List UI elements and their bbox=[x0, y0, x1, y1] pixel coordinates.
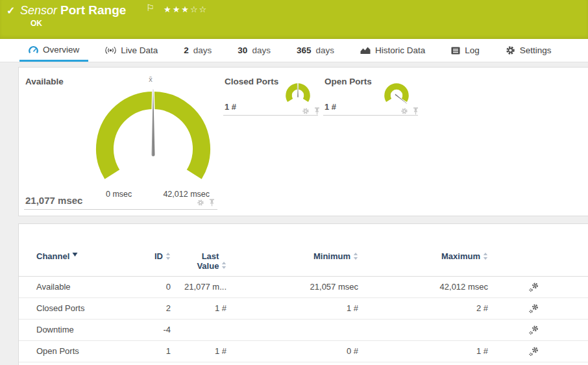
tab-365-days[interactable]: 365 days bbox=[288, 39, 343, 62]
channel-last-value: 1 # bbox=[171, 303, 227, 314]
sensor-kind-label: Sensor bbox=[20, 4, 57, 18]
tab-label: Settings bbox=[520, 45, 552, 55]
sorted-desc-icon bbox=[72, 253, 78, 257]
channels-panel: Channel ID Last Value Minimum bbox=[18, 223, 588, 365]
status-check-icon: ✓ bbox=[6, 5, 15, 17]
tab-overview[interactable]: Overview bbox=[19, 39, 88, 62]
column-header-id[interactable]: ID bbox=[140, 251, 171, 262]
scale-max-label: 42,012 msec bbox=[136, 190, 210, 199]
page-title: Port Range bbox=[60, 3, 126, 18]
tab-label: Overview bbox=[43, 45, 79, 55]
widget-gear-icon[interactable] bbox=[302, 107, 310, 115]
gear-icon bbox=[506, 45, 515, 55]
table-header-row: Channel ID Last Value Minimum bbox=[19, 251, 588, 277]
channel-maximum: 1 # bbox=[358, 346, 488, 357]
closed-ports-gauge[interactable] bbox=[283, 82, 313, 109]
channel-id: -4 bbox=[140, 325, 171, 335]
column-header-maximum[interactable]: Maximum bbox=[358, 251, 488, 262]
tab-live-data[interactable]: Live Data bbox=[96, 39, 167, 62]
channel-name: Open Ports bbox=[36, 346, 140, 357]
channel-minimum: 21,057 msec bbox=[227, 282, 358, 292]
channel-name: Available bbox=[36, 282, 140, 292]
column-header-channel[interactable]: Channel bbox=[36, 251, 140, 262]
stars-empty: ☆☆ bbox=[190, 5, 208, 14]
gauge-title-open-ports: Open Ports bbox=[325, 77, 372, 86]
channel-name: Closed Ports bbox=[36, 303, 140, 314]
tab-label: Live Data bbox=[121, 45, 158, 55]
sort-icon bbox=[165, 253, 171, 260]
widget-divider bbox=[323, 115, 418, 116]
tab-label: Log bbox=[465, 45, 480, 55]
sensor-header: ✓ Sensor Port Range ⚐ ★★★☆☆ OK bbox=[0, 0, 588, 39]
widget-gear-icon[interactable] bbox=[197, 199, 204, 207]
tab-label: days bbox=[252, 45, 271, 55]
available-widget-actions bbox=[197, 199, 215, 207]
priority-stars[interactable]: ★★★☆☆ bbox=[164, 5, 208, 14]
tab-30-days[interactable]: 30 days bbox=[228, 39, 280, 62]
tab-label: days bbox=[315, 45, 334, 55]
tab-historic-data[interactable]: Historic Data bbox=[351, 39, 434, 62]
pin-icon[interactable] bbox=[412, 107, 419, 115]
sort-icon bbox=[353, 253, 358, 260]
channel-id: 2 bbox=[140, 303, 171, 314]
log-icon bbox=[451, 47, 460, 55]
open-ports-value: 1 # bbox=[325, 102, 336, 112]
closed-ports-widget-actions bbox=[302, 107, 321, 115]
channel-last-value: 21,077 m... bbox=[171, 282, 227, 292]
flag-icon[interactable]: ⚐ bbox=[146, 3, 154, 13]
column-header-last-value[interactable]: Last Value bbox=[171, 251, 227, 271]
widget-divider bbox=[24, 209, 217, 210]
table-row: Downtime -4 bbox=[19, 320, 588, 341]
tab-number: 2 bbox=[184, 45, 189, 55]
area-chart-icon bbox=[360, 46, 371, 55]
widget-gear-icon[interactable] bbox=[400, 107, 408, 115]
open-ports-gauge[interactable] bbox=[382, 82, 411, 109]
widget-divider bbox=[223, 115, 318, 116]
channel-id: 0 bbox=[140, 282, 171, 292]
tab-bar: Overview Live Data 2 days 30 days 365 da… bbox=[0, 39, 588, 62]
tab-label: days bbox=[193, 45, 212, 55]
gauges-panel: Available x̄ 0 msec 42,012 msec 21,077 m… bbox=[18, 67, 588, 216]
channel-settings-icon[interactable] bbox=[528, 282, 539, 292]
tab-label: Historic Data bbox=[375, 45, 425, 55]
tab-number: 30 bbox=[238, 45, 247, 55]
tab-2-days[interactable]: 2 days bbox=[175, 39, 221, 62]
channels-table: Channel ID Last Value Minimum bbox=[19, 251, 588, 362]
sort-icon bbox=[483, 253, 488, 260]
channel-minimum: 0 # bbox=[227, 346, 358, 357]
channel-settings-icon[interactable] bbox=[528, 346, 539, 357]
table-row: Available 0 21,077 m... 21,057 msec 42,0… bbox=[19, 277, 588, 298]
gauge-title-closed-ports: Closed Ports bbox=[225, 77, 278, 86]
channel-id: 1 bbox=[140, 346, 171, 357]
broadcast-icon bbox=[105, 46, 116, 55]
available-gauge[interactable] bbox=[88, 81, 218, 192]
channel-maximum: 42,012 msec bbox=[358, 282, 488, 292]
sort-icon bbox=[221, 262, 227, 269]
channel-minimum: 1 # bbox=[227, 303, 358, 314]
tab-log[interactable]: Log bbox=[442, 39, 489, 62]
channel-maximum: 2 # bbox=[358, 303, 488, 314]
gauge-title-available: Available bbox=[25, 77, 64, 86]
pin-icon[interactable] bbox=[313, 107, 321, 115]
status-badge: OK bbox=[31, 19, 42, 28]
gauge-needle bbox=[297, 84, 299, 98]
tab-number: 365 bbox=[297, 45, 312, 55]
available-value: 21,077 msec bbox=[25, 195, 82, 206]
channel-last-value: 1 # bbox=[171, 346, 227, 357]
tab-settings[interactable]: Settings bbox=[496, 39, 561, 62]
pin-icon[interactable] bbox=[208, 199, 215, 207]
channel-settings-icon[interactable] bbox=[528, 303, 539, 314]
table-row: Closed Ports 2 1 # 1 # 2 # bbox=[19, 298, 588, 320]
channel-settings-icon[interactable] bbox=[528, 325, 539, 335]
closed-ports-value: 1 # bbox=[225, 102, 236, 112]
scale-min-label: 0 msec bbox=[106, 190, 132, 199]
table-row: Open Ports 1 1 # 0 # 1 # bbox=[19, 341, 588, 362]
channel-name: Downtime bbox=[36, 325, 140, 335]
open-ports-widget-actions bbox=[400, 107, 419, 115]
column-header-minimum[interactable]: Minimum bbox=[227, 251, 358, 262]
stars-filled: ★★★ bbox=[164, 5, 190, 14]
gauge-icon bbox=[29, 45, 38, 54]
